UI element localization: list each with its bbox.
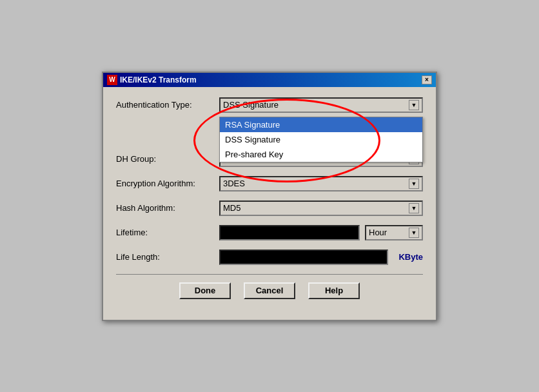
kbyte-label: KByte [398,252,423,262]
dialog-title: IKE/IKEv2 Transform [120,75,197,84]
hour-value: Hour [369,228,387,237]
life-length-label: Life Length: [116,252,219,262]
hour-arrow[interactable]: ▼ [409,228,419,238]
encryption-label: Encryption Algorithm: [116,179,219,188]
dialog-window: W IKE/IKEv2 Transform × Authentication T… [102,72,437,321]
auth-option-psk[interactable]: Pre-shared Key [220,147,422,162]
auth-type-label: Authentication Type: [116,100,219,110]
encryption-dropdown[interactable]: 3DES ▼ [219,176,423,191]
help-button[interactable]: Help [308,282,360,299]
lifetime-label: Lifetime: [116,228,219,237]
encryption-arrow[interactable]: ▼ [409,179,419,189]
life-length-input[interactable] [219,250,388,265]
auth-type-control: DSS Signature ▼ RSA Signature DSS Signat… [219,97,423,113]
hash-dropdown[interactable]: MD5 ▼ [219,201,423,216]
auth-option-rsa[interactable]: RSA Signature [220,117,422,132]
done-button[interactable]: Done [179,282,231,299]
hash-value: MD5 [223,203,240,213]
hash-control: MD5 ▼ [219,201,423,216]
hour-dropdown[interactable]: Hour ▼ [365,225,423,240]
cancel-button[interactable]: Cancel [244,282,295,299]
hash-label: Hash Algorithm: [116,203,219,213]
lifetime-inner: Hour ▼ [219,225,423,240]
dialog-body: Authentication Type: DSS Signature ▼ RSA… [103,87,436,320]
life-length-control: KByte [219,250,423,265]
button-row: Done Cancel Help [116,274,423,309]
close-button[interactable]: × [422,75,432,84]
encryption-control: 3DES ▼ [219,176,423,191]
auth-type-value: DSS Signature [223,100,279,110]
encryption-value: 3DES [223,179,245,188]
lifetime-row: Lifetime: Hour ▼ [116,225,423,240]
encryption-row: Encryption Algorithm: 3DES ▼ [116,176,423,191]
auth-type-dropdown[interactable]: DSS Signature ▼ [219,97,423,113]
life-length-row: Life Length: KByte [116,250,423,265]
title-bar-left: W IKE/IKEv2 Transform [107,75,197,85]
lifetime-input[interactable] [219,225,360,240]
dh-group-label: DH Group: [116,154,219,164]
auth-option-dss[interactable]: DSS Signature [220,132,422,147]
lifetime-control: Hour ▼ [219,225,423,240]
auth-type-popup: RSA Signature DSS Signature Pre-shared K… [219,117,423,162]
auth-type-arrow[interactable]: ▼ [409,100,419,110]
auth-type-row: Authentication Type: DSS Signature ▼ RSA… [116,97,423,113]
app-icon: W [107,75,117,85]
hash-row: Hash Algorithm: MD5 ▼ [116,201,423,216]
title-bar: W IKE/IKEv2 Transform × [103,73,436,87]
hash-arrow[interactable]: ▼ [409,203,419,213]
